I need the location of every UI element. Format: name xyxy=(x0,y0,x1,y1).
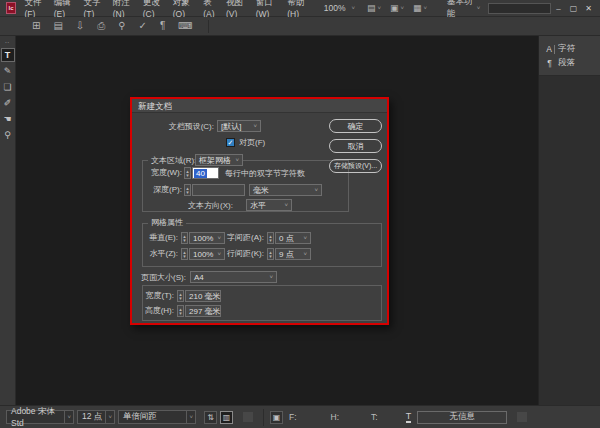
hand-tool[interactable]: ☚ xyxy=(1,112,15,126)
grid-vertical-dropdown[interactable]: 100% xyxy=(189,232,225,244)
character-panel-label: 字符 xyxy=(558,43,575,55)
text-direction-value: 水平 xyxy=(250,200,266,211)
screen-mode-icon: ▦ xyxy=(413,3,422,13)
panel-grip-icon[interactable]: ‥ xyxy=(5,38,11,46)
line-spacing-label: 行间距(K): xyxy=(224,248,264,259)
depth-label: 深度(P): xyxy=(146,184,182,195)
type-tool[interactable]: T xyxy=(1,48,15,62)
save-preset-button[interactable]: 存储预设(V)... xyxy=(329,159,382,173)
menu-table[interactable]: 表(A) xyxy=(200,0,223,17)
keyboard-icon[interactable]: ⌨ xyxy=(178,21,192,31)
notes-view-tool[interactable]: ❏ xyxy=(1,80,15,94)
panel-dock: A 字符 ¶ 段落 xyxy=(538,36,600,405)
document-preset-dropdown[interactable]: [默认] xyxy=(217,120,261,132)
footnote-count-label: F: xyxy=(289,412,297,422)
font-family-dropdown[interactable]: Adobe 宋体 Std xyxy=(6,410,74,424)
line-spacing-value: 9 点 xyxy=(279,249,294,260)
grid-vertical-stepper[interactable] xyxy=(181,232,188,244)
find-icon[interactable]: ⚲ xyxy=(118,21,125,31)
close-button[interactable]: ✕ xyxy=(581,2,596,15)
depth-unit-dropdown[interactable]: 毫米 xyxy=(249,184,322,196)
width-hint: 每行中的双字节字符数 xyxy=(225,168,305,179)
leading-value: 单倍间距 xyxy=(123,411,157,423)
line-spacing-stepper[interactable] xyxy=(267,248,274,260)
zoom-tool[interactable]: ⚲ xyxy=(1,128,15,142)
chevron-down-icon: ˅ xyxy=(424,5,428,11)
view-options-icon: ▣ xyxy=(390,3,399,13)
char-spacing-stepper[interactable] xyxy=(267,232,274,244)
char-spacing-value: 0 点 xyxy=(279,233,294,244)
facing-pages-label: 对页(F) xyxy=(239,137,265,148)
character-panel-tab[interactable]: A 字符 xyxy=(544,42,600,56)
font-size-value: 12 点 xyxy=(82,411,102,423)
text-area-dropdown[interactable]: 框架网格 xyxy=(195,154,243,166)
view-options-button[interactable]: ▣ ˅ xyxy=(390,3,404,13)
facing-pages-checkbox[interactable]: ✓ xyxy=(226,138,235,147)
page-width-stepper[interactable] xyxy=(177,290,184,302)
page-height-stepper[interactable] xyxy=(177,305,184,317)
menubar-icons: ▤ ˅ ▣ ˅ ▦ ˅ xyxy=(367,3,427,13)
open-icon[interactable]: ▤ xyxy=(53,21,62,31)
minimize-button[interactable]: – xyxy=(551,2,566,15)
new-document-dialog: 新建文档 文档预设(C): [默认] ✓ 对页(F) 文本区域(R): 框架网格… xyxy=(130,97,389,325)
width-stepper[interactable] xyxy=(184,167,191,179)
menu-window[interactable]: 窗口(W) xyxy=(252,0,284,17)
pencil-tool[interactable]: ✐ xyxy=(1,96,15,110)
export-icon[interactable]: ⇩ xyxy=(76,21,84,31)
paragraph-panel-tab[interactable]: ¶ 段落 xyxy=(544,56,600,70)
page-width-input[interactable]: 210 毫米 xyxy=(185,290,221,302)
dialog-title[interactable]: 新建文档 xyxy=(132,99,387,113)
disabled-indicator-icon xyxy=(243,412,253,422)
menubar: Ic 文件(F) 编辑(E) 文字(T) 附注(N) 更改(C) 对象(O) 表… xyxy=(0,0,600,17)
grid-vertical-value: 100% xyxy=(193,234,213,243)
text-direction-dropdown[interactable]: 水平 xyxy=(246,199,292,211)
page-height-value: 297 毫米 xyxy=(189,306,221,317)
page-height-input[interactable]: 297 毫米 xyxy=(185,305,221,317)
depth-stepper[interactable] xyxy=(184,184,191,196)
menu-edit[interactable]: 编辑(E) xyxy=(50,0,80,17)
ok-button[interactable]: 确定 xyxy=(329,119,382,133)
menu-notes[interactable]: 附注(N) xyxy=(109,0,139,17)
app-logo-icon: Ic xyxy=(6,2,16,14)
zoom-level-dropdown[interactable]: 100% ˅ xyxy=(324,3,355,13)
frame-grid-icon[interactable]: ▥ xyxy=(220,411,233,424)
font-size-dropdown[interactable]: 12 点 xyxy=(77,410,115,424)
note-tool[interactable]: ✎ xyxy=(1,64,15,78)
menu-view[interactable]: 视图(V) xyxy=(223,0,253,17)
menu-changes[interactable]: 更改(C) xyxy=(139,0,169,17)
vertical-text-icon[interactable]: ⇅ xyxy=(204,411,217,424)
menu-type[interactable]: 文字(T) xyxy=(80,0,109,17)
char-spacing-label: 字间距(A): xyxy=(224,232,264,243)
info-readout-text: 无信息 xyxy=(449,411,475,423)
hidden-characters-icon[interactable]: ¶ xyxy=(160,21,165,31)
print-icon[interactable]: ⎙ xyxy=(97,21,105,31)
grid-vertical-label: 垂直(E): xyxy=(144,232,178,243)
width-input[interactable]: 40 xyxy=(192,167,219,179)
bridge-button[interactable]: ▤ ˅ xyxy=(367,3,381,13)
search-input[interactable] xyxy=(488,3,551,14)
page-size-label: 页面大小(S): xyxy=(141,272,186,283)
leading-dropdown[interactable]: 单倍间距 xyxy=(118,410,196,424)
char-spacing-dropdown[interactable]: 0 点 xyxy=(275,232,311,244)
line-spacing-dropdown[interactable]: 9 点 xyxy=(275,248,311,260)
page-size-dropdown[interactable]: A4 xyxy=(190,271,277,283)
maximize-button[interactable]: ▢ xyxy=(566,2,581,15)
disabled-indicator-icon xyxy=(517,412,527,422)
menu-help[interactable]: 帮助(H) xyxy=(284,0,314,17)
menu-file[interactable]: 文件(F) xyxy=(21,0,50,17)
zoom-level-value: 100% xyxy=(324,3,346,13)
page-size-value: A4 xyxy=(194,273,204,282)
screen-mode-button[interactable]: ▦ ˅ xyxy=(413,3,427,13)
menu-object[interactable]: 对象(O) xyxy=(169,0,199,17)
cancel-button[interactable]: 取消 xyxy=(329,139,382,153)
spellcheck-icon[interactable]: ✓ xyxy=(139,21,147,31)
grid-horizontal-stepper[interactable] xyxy=(181,248,188,260)
depth-input[interactable] xyxy=(192,184,245,196)
statusbar: Adobe 宋体 Std 12 点 单倍间距 ⇅ ▥ ▣ F: H: T: T … xyxy=(0,405,600,428)
new-document-icon[interactable]: ⊞ xyxy=(32,21,40,31)
font-family-value: Adobe 宋体 Std xyxy=(11,406,64,428)
grid-horizontal-dropdown[interactable]: 100% xyxy=(189,248,225,260)
tools-panel: ‥ T ✎ ❏ ✐ ☚ ⚲ xyxy=(0,36,16,405)
statusbar-divider xyxy=(263,409,264,426)
chevron-down-icon: ˅ xyxy=(351,5,355,11)
